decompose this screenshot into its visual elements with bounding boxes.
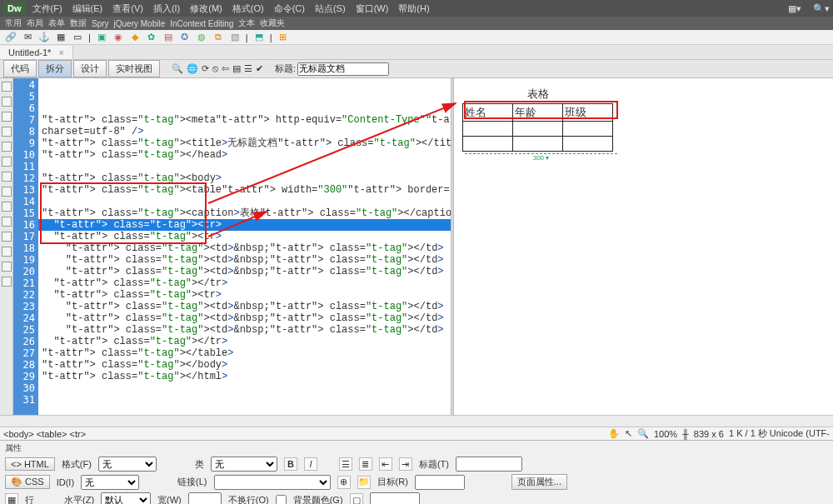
- rail-icon[interactable]: [2, 202, 12, 212]
- code-line[interactable]: "t-attr"> class="t-tag"><td>&nbsp;"t-att…: [38, 312, 451, 324]
- design-preview[interactable]: 表格 姓名 年龄 班级 300 ▾: [454, 78, 833, 415]
- rail-icon[interactable]: [2, 172, 12, 182]
- bgcolor-swatch[interactable]: ▢: [350, 493, 363, 504]
- code-line[interactable]: "t-attr"> class="t-tag"></tr>: [38, 277, 451, 289]
- preview-cell[interactable]: 班级: [563, 104, 613, 122]
- link-select[interactable]: [214, 475, 331, 490]
- preview-cell[interactable]: [463, 122, 513, 137]
- rail-icon[interactable]: [2, 157, 12, 167]
- menu-view[interactable]: 查看(V): [109, 2, 147, 15]
- link-folder-icon[interactable]: ⊕: [337, 476, 351, 489]
- menu-insert[interactable]: 插入(I): [150, 2, 183, 15]
- title-input[interactable]: [297, 62, 389, 76]
- rail-icon[interactable]: [2, 247, 12, 257]
- code-line[interactable]: "t-attr"> class="t-tag"><td>&nbsp;"t-att…: [38, 301, 451, 312]
- rail-icon[interactable]: [2, 277, 12, 287]
- menu-site[interactable]: 站点(S): [312, 2, 349, 15]
- menu-help[interactable]: 帮助(H): [395, 2, 432, 15]
- code-line[interactable]: [38, 196, 451, 207]
- insert-tab-spry[interactable]: Spry: [92, 19, 109, 28]
- code-line[interactable]: "t-attr"> class="t-tag"><title>无标题文档"t-a…: [38, 137, 451, 149]
- menu-window[interactable]: 窗口(W): [352, 2, 392, 15]
- menu-modify[interactable]: 修改(M): [187, 2, 226, 15]
- rail-icon[interactable]: [2, 97, 12, 107]
- code-line[interactable]: "t-attr"> class="t-tag"><td>&nbsp;"t-att…: [38, 324, 451, 336]
- code-line[interactable]: "t-attr"> class="t-tag"></html>: [38, 371, 451, 382]
- rail-icon[interactable]: [2, 232, 12, 242]
- ruler-icon[interactable]: ☰: [244, 63, 252, 74]
- insert-tab-data[interactable]: 数据: [70, 17, 87, 29]
- code-line[interactable]: "t-attr"> class="t-tag"></tr>: [38, 336, 451, 347]
- horz-select[interactable]: 默认: [101, 492, 151, 504]
- check-icon[interactable]: ✔: [256, 63, 263, 74]
- options-icon[interactable]: ▤: [232, 63, 241, 74]
- close-icon[interactable]: ×: [58, 47, 63, 57]
- comment-icon[interactable]: ⊞: [277, 32, 289, 43]
- insert-tab-jqm[interactable]: jQuery Mobile: [114, 19, 166, 28]
- insert-tab-form[interactable]: 表单: [48, 17, 65, 29]
- rail-icon[interactable]: [2, 82, 12, 92]
- template-icon[interactable]: ▧: [229, 32, 241, 43]
- rail-icon[interactable]: [2, 112, 12, 122]
- horizontal-scrollbar[interactable]: [0, 415, 833, 427]
- rail-icon[interactable]: [2, 217, 12, 227]
- tag-selector[interactable]: <body> <table> <tr>: [3, 429, 86, 439]
- code-line[interactable]: "t-attr"> class="t-tag"><td>&nbsp;"t-att…: [38, 254, 451, 266]
- code-line[interactable]: "t-attr"> class="t-tag"></head>: [38, 149, 451, 161]
- css-tab[interactable]: 🎨 CSS: [5, 475, 50, 489]
- head-icon[interactable]: ◍: [196, 32, 207, 43]
- layout-icon[interactable]: ▦▾: [788, 3, 801, 14]
- page-properties-button[interactable]: 页面属性...: [511, 474, 567, 490]
- code-line[interactable]: "t-attr"> class="t-tag"><tr>: [38, 289, 451, 301]
- code-line[interactable]: "t-attr"> class="t-tag"></table>: [38, 347, 451, 359]
- view-code[interactable]: 代码: [3, 60, 37, 77]
- preview-cell[interactable]: [563, 137, 613, 152]
- code-line[interactable]: [38, 161, 451, 172]
- widget-icon[interactable]: ◆: [129, 32, 141, 43]
- div-icon[interactable]: ▭: [72, 32, 83, 43]
- image-icon[interactable]: ▣: [96, 32, 107, 43]
- preview-cell[interactable]: [513, 137, 563, 152]
- menu-format[interactable]: 格式(O): [229, 2, 267, 15]
- select-icon[interactable]: ↖: [625, 428, 632, 439]
- code-line[interactable]: "t-attr"> class="t-tag"><table"t-attr"> …: [38, 184, 451, 196]
- bgcolor-input[interactable]: [370, 492, 420, 504]
- zoom-value[interactable]: 100%: [654, 429, 677, 439]
- code-line[interactable]: "t-attr"> class="t-tag"></body>: [38, 359, 451, 371]
- ul-button[interactable]: ☰: [339, 457, 352, 471]
- nav-icon[interactable]: ⇦: [222, 63, 229, 74]
- insert-tab-ice[interactable]: InContext Editing: [170, 19, 233, 28]
- preview-cell[interactable]: [513, 122, 563, 137]
- preview-cell[interactable]: 年龄: [513, 104, 563, 122]
- code-line[interactable]: "t-attr"> class="t-tag"><tr>: [38, 219, 451, 231]
- id-select[interactable]: 无: [81, 475, 139, 490]
- insert-tab-common[interactable]: 常用: [5, 17, 22, 29]
- view-design[interactable]: 设计: [73, 60, 107, 77]
- tag-icon[interactable]: ⬒: [253, 32, 265, 43]
- code-line[interactable]: "t-attr"> class="t-tag"><td>&nbsp;"t-att…: [38, 242, 451, 254]
- menu-edit[interactable]: 编辑(E): [69, 2, 107, 15]
- preview-cell[interactable]: [563, 122, 613, 137]
- search-dropdown-icon[interactable]: 🔍▾: [813, 3, 830, 14]
- ol-button[interactable]: ≣: [359, 457, 372, 471]
- rail-icon[interactable]: [2, 187, 12, 197]
- file-tab[interactable]: Untitled-1* ×: [0, 46, 73, 59]
- outdent-button[interactable]: ⇤: [379, 457, 392, 471]
- preview-cell[interactable]: 姓名: [463, 104, 513, 122]
- email-icon[interactable]: ✉: [22, 32, 33, 43]
- target-input[interactable]: [415, 475, 465, 490]
- code-line[interactable]: "t-attr"> class="t-tag"><td>&nbsp;"t-att…: [38, 266, 451, 277]
- italic-button[interactable]: I: [304, 457, 317, 471]
- html-tab[interactable]: <> HTML: [5, 457, 55, 471]
- ruler-icon[interactable]: ╫: [682, 429, 689, 439]
- server-icon[interactable]: ▤: [162, 32, 174, 43]
- code-line[interactable]: "t-attr"> class="t-tag"><caption>表格"t-at…: [38, 207, 451, 219]
- anchor-icon[interactable]: ⚓: [38, 32, 50, 43]
- code-line[interactable]: "t-attr"> class="t-tag"><tr>: [38, 231, 451, 242]
- date-icon[interactable]: ✿: [146, 32, 157, 43]
- globe-icon[interactable]: 🌐: [187, 63, 198, 74]
- code-editor[interactable]: "t-attr"> class="t-tag"><meta"t-attr"> h…: [38, 78, 451, 415]
- zoom-icon[interactable]: 🔍: [637, 428, 649, 439]
- width-input[interactable]: [188, 492, 222, 504]
- hyperlink-icon[interactable]: 🔗: [5, 32, 17, 43]
